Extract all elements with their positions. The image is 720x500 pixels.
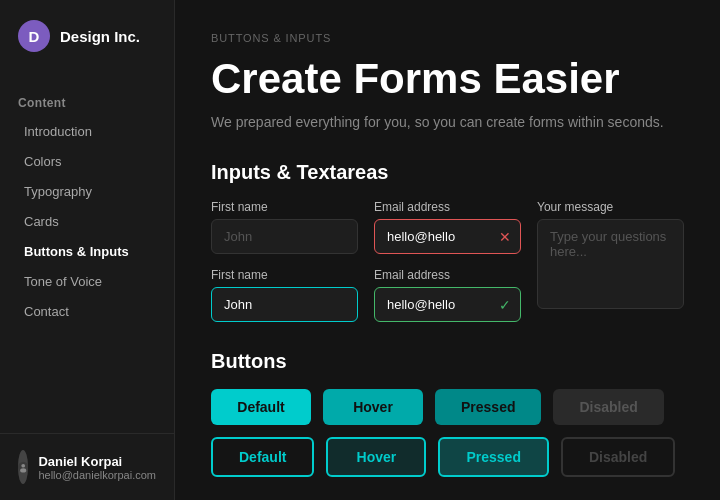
sidebar: D Design Inc. Content Introduction Color… (0, 0, 175, 500)
sidebar-section-label: Content (0, 84, 174, 116)
buttons-row-filled: Default Hover Pressed Disabled (211, 389, 684, 425)
default-filled-button[interactable]: Default (211, 389, 311, 425)
logo-avatar: D (18, 20, 50, 52)
pressed-filled-button[interactable]: Pressed (435, 389, 541, 425)
sidebar-item-introduction[interactable]: Introduction (6, 117, 168, 146)
breadcrumb: BUTTONS & INPUTS (211, 32, 684, 44)
sidebar-item-tone-of-voice[interactable]: Tone of Voice (6, 267, 168, 296)
wrapper-message (537, 219, 684, 313)
sidebar-item-contact[interactable]: Contact (6, 297, 168, 326)
label-first-name-1: First name (211, 200, 358, 214)
label-email-2: Email address (374, 268, 521, 282)
sidebar-nav: Content Introduction Colors Typography C… (0, 72, 174, 433)
wrapper-email-1: ✕ (374, 219, 521, 254)
pressed-outline-button[interactable]: Pressed (438, 437, 548, 477)
sidebar-item-cards[interactable]: Cards (6, 207, 168, 236)
input-group-email-1: Email address ✕ (374, 200, 521, 254)
wrapper-email-2: ✓ (374, 287, 521, 322)
buttons-section: Buttons Default Hover Pressed Disabled D… (211, 350, 684, 477)
first-name-input-2[interactable] (211, 287, 358, 322)
inputs-grid: First name Email address ✕ Your message (211, 200, 684, 322)
label-email-1: Email address (374, 200, 521, 214)
success-icon: ✓ (499, 297, 511, 313)
svg-point-2 (20, 468, 26, 472)
footer-email: hello@danielkorpai.com (38, 469, 156, 481)
input-group-first-name-1: First name (211, 200, 358, 254)
wrapper-first-name-2 (211, 287, 358, 322)
label-message: Your message (537, 200, 684, 214)
svg-point-1 (21, 464, 25, 468)
page-title: Create Forms Easier (211, 56, 684, 102)
message-textarea[interactable] (537, 219, 684, 309)
avatar (18, 450, 28, 484)
logo-initial: D (29, 28, 40, 45)
disabled-filled-button[interactable]: Disabled (553, 389, 663, 425)
sidebar-item-colors[interactable]: Colors (6, 147, 168, 176)
hover-filled-button[interactable]: Hover (323, 389, 423, 425)
error-icon: ✕ (499, 229, 511, 245)
page-subtitle: We prepared everything for you, so you c… (211, 112, 684, 133)
footer-info: Daniel Korpai hello@danielkorpai.com (38, 454, 156, 481)
default-outline-button[interactable]: Default (211, 437, 314, 477)
disabled-outline-button[interactable]: Disabled (561, 437, 675, 477)
hover-outline-button[interactable]: Hover (326, 437, 426, 477)
inputs-section: Inputs & Textareas First name Email addr… (211, 161, 684, 322)
label-first-name-2: First name (211, 268, 358, 282)
input-group-message: Your message (537, 200, 684, 322)
buttons-row-outline: Default Hover Pressed Disabled (211, 437, 684, 477)
buttons-section-title: Buttons (211, 350, 684, 373)
inputs-section-title: Inputs & Textareas (211, 161, 684, 184)
footer-name: Daniel Korpai (38, 454, 156, 469)
first-name-input-1[interactable] (211, 219, 358, 254)
wrapper-first-name-1 (211, 219, 358, 254)
input-group-first-name-2: First name (211, 268, 358, 322)
sidebar-item-typography[interactable]: Typography (6, 177, 168, 206)
input-group-email-2: Email address ✓ (374, 268, 521, 322)
sidebar-item-buttons-inputs[interactable]: Buttons & Inputs (6, 237, 168, 266)
sidebar-footer: Daniel Korpai hello@danielkorpai.com (0, 433, 174, 500)
logo-name: Design Inc. (60, 28, 140, 45)
sidebar-logo[interactable]: D Design Inc. (0, 0, 174, 72)
main-content: BUTTONS & INPUTS Create Forms Easier We … (175, 0, 720, 500)
